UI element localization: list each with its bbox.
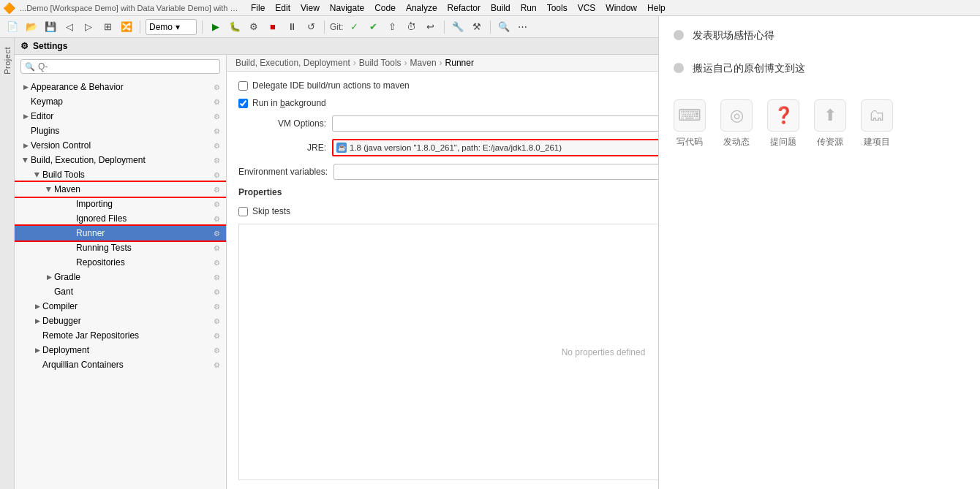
build-project-icon: 🗂 bbox=[861, 99, 893, 132]
tree-gear-repos: ⚙ bbox=[214, 259, 220, 267]
tree-label-arquillian: Arquillian Containers bbox=[42, 360, 212, 370]
git-history-btn[interactable]: ⏱ bbox=[404, 19, 420, 35]
vcs-tools-btn[interactable]: ⚒ bbox=[469, 19, 485, 35]
tree-item-gant[interactable]: ▶ Gant ⚙ bbox=[15, 284, 226, 299]
tree-arrow-build-tools: ▶ bbox=[34, 170, 41, 180]
skip-tests-checkbox[interactable] bbox=[238, 207, 248, 216]
git-update-btn[interactable]: ✓ bbox=[347, 19, 363, 35]
menu-view[interactable]: View bbox=[296, 1, 324, 15]
menu-edit[interactable]: Edit bbox=[271, 1, 295, 15]
tree-gear-plugins: ⚙ bbox=[214, 127, 220, 135]
tree-label-editor: Editor bbox=[31, 111, 212, 121]
tree-item-deployment[interactable]: ▶ Deployment ⚙ bbox=[15, 343, 226, 357]
breadcrumb-sep-3: › bbox=[440, 58, 442, 68]
menu-help[interactable]: Help bbox=[643, 1, 670, 15]
overlay-icon-build-project[interactable]: 🗂 建项目 bbox=[861, 99, 893, 148]
overlay-icon-ask-question[interactable]: ❓ 提问题 bbox=[767, 99, 799, 148]
tree-item-maven[interactable]: ▶ Maven ⚙ bbox=[15, 182, 226, 197]
tree-item-build-tools[interactable]: ▶ Build Tools ⚙ bbox=[15, 167, 226, 182]
delegate-checkbox[interactable] bbox=[238, 81, 248, 91]
run-background-label: Run in background bbox=[252, 98, 326, 108]
env-vars-label: Environment variables: bbox=[238, 167, 328, 177]
git-push-btn[interactable]: ⇧ bbox=[385, 19, 401, 35]
tree-arrow-deployment: ▶ bbox=[32, 346, 42, 354]
app-icon: 🔶 bbox=[3, 2, 15, 14]
stop-btn[interactable]: ■ bbox=[265, 19, 281, 35]
upload-resource-label: 传资源 bbox=[817, 136, 843, 148]
run-btn[interactable]: ▶ bbox=[208, 19, 224, 35]
tree-item-debugger[interactable]: ▶ Debugger ⚙ bbox=[15, 314, 226, 328]
tree-label-gradle: Gradle bbox=[54, 272, 212, 282]
run-background-checkbox[interactable] bbox=[238, 99, 248, 108]
build-btn[interactable]: ⊞ bbox=[99, 19, 116, 35]
overlay-dot-1 bbox=[674, 30, 684, 40]
tree-item-appearance[interactable]: ▶ Appearance & Behavior ⚙ bbox=[15, 80, 226, 94]
tree-item-remote-jar[interactable]: ▶ Remote Jar Repositories ⚙ bbox=[15, 328, 226, 343]
tree-item-ignored[interactable]: ▶ Ignored Files ⚙ bbox=[15, 211, 226, 226]
git-revert-btn[interactable]: ↩ bbox=[423, 19, 439, 35]
menu-vcs[interactable]: VCS bbox=[573, 1, 600, 15]
overlay-icons-row: ⌨ 写代码 ◎ 发动态 ❓ 提问题 ⬆ 传资源 🗂 建项目 bbox=[674, 99, 965, 148]
tree-gear-runner: ⚙ bbox=[214, 230, 220, 238]
tree-gear-ignored: ⚙ bbox=[214, 215, 220, 223]
forward-btn[interactable]: ▷ bbox=[80, 19, 97, 35]
settings-btn[interactable]: 🔧 bbox=[450, 19, 466, 35]
menu-code[interactable]: Code bbox=[370, 1, 400, 15]
tree-gear-deployment: ⚙ bbox=[214, 346, 220, 355]
tree-gear-appearance: ⚙ bbox=[214, 83, 220, 91]
tree-item-runner[interactable]: ▶ Runner ⚙ bbox=[15, 226, 226, 240]
tree-arrow-build-exec: ▶ bbox=[22, 155, 29, 165]
search-everywhere-btn[interactable]: 🔍 bbox=[496, 19, 512, 35]
tree-item-version-control[interactable]: ▶ Version Control ⚙ bbox=[15, 138, 226, 153]
sep1 bbox=[140, 20, 140, 34]
search-box[interactable]: 🔍 bbox=[20, 59, 220, 74]
tree-item-keymap[interactable]: ▶ Keymap ⚙ bbox=[15, 94, 226, 109]
overlay-icon-post-dynamic[interactable]: ◎ 发动态 bbox=[720, 99, 753, 148]
git-commit-btn[interactable]: ✔ bbox=[366, 19, 382, 35]
tree-item-plugins[interactable]: ▶ Plugins ⚙ bbox=[15, 124, 226, 138]
tree-item-repositories[interactable]: ▶ Repositories ⚙ bbox=[15, 255, 226, 270]
menu-refactor[interactable]: Refactor bbox=[443, 1, 485, 15]
demo-dropdown[interactable]: Demo ▾ bbox=[146, 19, 197, 35]
pause-btn[interactable]: ⏸ bbox=[284, 19, 300, 35]
new-file-btn[interactable]: 📄 bbox=[4, 19, 20, 35]
tree-item-gradle[interactable]: ▶ Gradle ⚙ bbox=[15, 270, 226, 284]
tree-item-running-tests[interactable]: ▶ Running Tests ⚙ bbox=[15, 240, 226, 255]
tree-gear-running-tests: ⚙ bbox=[214, 244, 220, 252]
tree-label-keymap: Keymap bbox=[31, 96, 212, 107]
menu-window[interactable]: Window bbox=[601, 1, 641, 15]
tree-label-build-exec: Build, Execution, Deployment bbox=[31, 155, 212, 165]
menu-file[interactable]: File bbox=[246, 1, 269, 15]
menu-tools[interactable]: Tools bbox=[543, 1, 572, 15]
tree-gear-vc: ⚙ bbox=[214, 142, 220, 150]
tree: ▶ Appearance & Behavior ⚙ ▶ Keymap ⚙ ▶ bbox=[15, 78, 226, 489]
overlay-icon-upload-resource[interactable]: ⬆ 传资源 bbox=[814, 99, 846, 148]
overlay-icon-write-code[interactable]: ⌨ 写代码 bbox=[674, 99, 706, 148]
save-btn[interactable]: 💾 bbox=[42, 19, 59, 35]
tree-item-arquillian[interactable]: ▶ Arquillian Containers ⚙ bbox=[15, 357, 226, 372]
menu-build[interactable]: Build bbox=[486, 1, 515, 15]
tree-item-importing[interactable]: ▶ Importing ⚙ bbox=[15, 197, 226, 211]
tree-item-compiler[interactable]: ▶ Compiler ⚙ bbox=[15, 299, 226, 314]
tree-item-editor[interactable]: ▶ Editor ⚙ bbox=[15, 109, 226, 124]
run-config-btn[interactable]: ⚙ bbox=[246, 19, 262, 35]
debug-btn[interactable]: 🐛 bbox=[227, 19, 243, 35]
tree-arrow-debugger: ▶ bbox=[32, 317, 42, 325]
search-input[interactable] bbox=[38, 61, 216, 72]
project-strip-label: Project bbox=[3, 47, 12, 75]
menu-run[interactable]: Run bbox=[516, 1, 541, 15]
write-code-icon: ⌨ bbox=[674, 99, 706, 132]
menu-analyze[interactable]: Analyze bbox=[402, 1, 442, 15]
open-btn[interactable]: 📂 bbox=[23, 19, 39, 35]
tree-label-plugins: Plugins bbox=[31, 126, 212, 136]
window-title: ...Demo [Workspace Demo] with Data Varia… bbox=[20, 4, 239, 12]
overlay-text-2: 搬运自己的原创博文到这 bbox=[693, 61, 805, 76]
more-btn[interactable]: ⋯ bbox=[515, 19, 531, 35]
nav-btn[interactable]: 🔀 bbox=[118, 19, 135, 35]
menu-navigate[interactable]: Navigate bbox=[325, 1, 369, 15]
ask-question-label: 提问题 bbox=[770, 136, 796, 148]
tree-label-vc: Version Control bbox=[31, 140, 212, 151]
reload-btn[interactable]: ↺ bbox=[303, 19, 319, 35]
back-btn[interactable]: ◁ bbox=[61, 19, 78, 35]
tree-item-build-exec[interactable]: ▶ Build, Execution, Deployment ⚙ bbox=[15, 153, 226, 167]
